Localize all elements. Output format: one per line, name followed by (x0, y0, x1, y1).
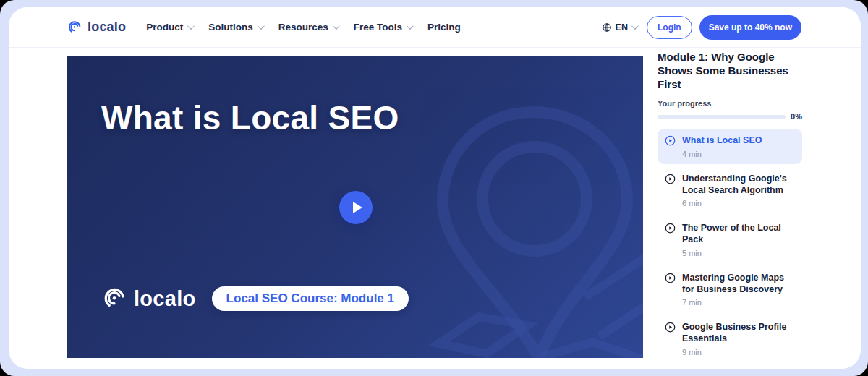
progress-bar (658, 115, 786, 119)
play-icon (353, 202, 362, 213)
progress-row: 0% (658, 112, 802, 121)
course-module-badge: Local SEO Course: Module 1 (212, 286, 409, 311)
lesson-title: Google Business Profile Essentials (682, 321, 795, 345)
nav-link-label: Pricing (427, 22, 461, 33)
lesson-duration: 9 min (682, 348, 795, 356)
chevron-down-icon (258, 22, 265, 30)
course-sidebar: Module 1: Why Google Shows Some Business… (658, 51, 802, 369)
lesson-item[interactable]: Website Optimization for Local Search 13… (658, 365, 802, 369)
lesson-title: Mastering Google Maps for Business Disco… (682, 272, 795, 296)
lesson-item[interactable]: What is Local SEO 4 min (658, 129, 802, 163)
top-navbar: localo Product Solutions Resources (9, 7, 861, 48)
lesson-duration: 6 min (682, 199, 795, 208)
play-button[interactable] (339, 191, 373, 224)
chevron-down-icon (333, 22, 340, 30)
lesson-item[interactable]: Understanding Google's Local Search Algo… (658, 167, 802, 214)
nav-link[interactable]: Pricing (427, 22, 461, 33)
progress-label: Your progress (658, 99, 802, 108)
nav-link-label: Solutions (208, 22, 253, 33)
nav-link[interactable]: Resources (278, 22, 338, 33)
play-circle-icon (665, 223, 676, 234)
localo-logo[interactable]: localo (67, 20, 126, 35)
brand-name: localo (88, 20, 126, 35)
lesson-list: What is Local SEO 4 min Understanding Go… (658, 129, 802, 369)
lesson-item[interactable]: The Power of the Local Pack 5 min (658, 216, 802, 263)
play-circle-icon (665, 273, 676, 283)
lesson-title: The Power of the Local Pack (682, 222, 795, 246)
lesson-duration: 4 min (682, 150, 762, 158)
chevron-down-icon (631, 22, 639, 30)
map-pin-watermark (417, 103, 643, 358)
play-circle-icon (665, 322, 676, 333)
video-brand-name: localo (134, 287, 196, 311)
lesson-duration: 7 min (682, 298, 795, 307)
nav-links: Product Solutions Resources Free Tools (146, 22, 461, 33)
nav-link-label: Resources (278, 22, 328, 33)
localo-logo-icon (67, 20, 82, 35)
lesson-item[interactable]: Google Business Profile Essentials 9 min (658, 315, 802, 362)
video-player[interactable]: What is Local SEO localo Local SEO Cour (67, 56, 643, 358)
globe-icon (602, 22, 612, 33)
nav-right-group: EN Login Save up to 40% now (602, 15, 801, 40)
login-button[interactable]: Login (647, 16, 692, 39)
progress-percent: 0% (791, 112, 802, 121)
lesson-title: What is Local SEO (682, 134, 762, 146)
nav-link[interactable]: Product (146, 22, 192, 33)
browser-window: localo Product Solutions Resources (9, 7, 861, 369)
module-title: Module 1: Why Google Shows Some Business… (658, 51, 802, 91)
language-selector[interactable]: EN (602, 22, 637, 33)
video-title: What is Local SEO (101, 98, 412, 139)
nav-link[interactable]: Solutions (208, 22, 263, 33)
video-footer: localo Local SEO Course: Module 1 (101, 286, 409, 312)
lesson-item[interactable]: Mastering Google Maps for Business Disco… (658, 266, 802, 313)
nav-link-label: Free Tools (354, 22, 402, 33)
video-brand-logo: localo (101, 286, 196, 312)
language-label: EN (616, 22, 628, 33)
lesson-title: Understanding Google's Local Search Algo… (682, 173, 795, 197)
page-frame: localo Product Solutions Resources (0, 0, 868, 376)
nav-link[interactable]: Free Tools (354, 22, 412, 33)
nav-link-label: Product (146, 22, 183, 33)
localo-logo-icon-white (101, 286, 127, 312)
save-discount-button[interactable]: Save up to 40% now (699, 15, 801, 40)
lesson-duration: 5 min (682, 249, 795, 257)
play-circle-icon (665, 135, 676, 146)
chevron-down-icon (187, 22, 195, 30)
chevron-down-icon (407, 22, 414, 30)
play-circle-icon (665, 174, 676, 184)
